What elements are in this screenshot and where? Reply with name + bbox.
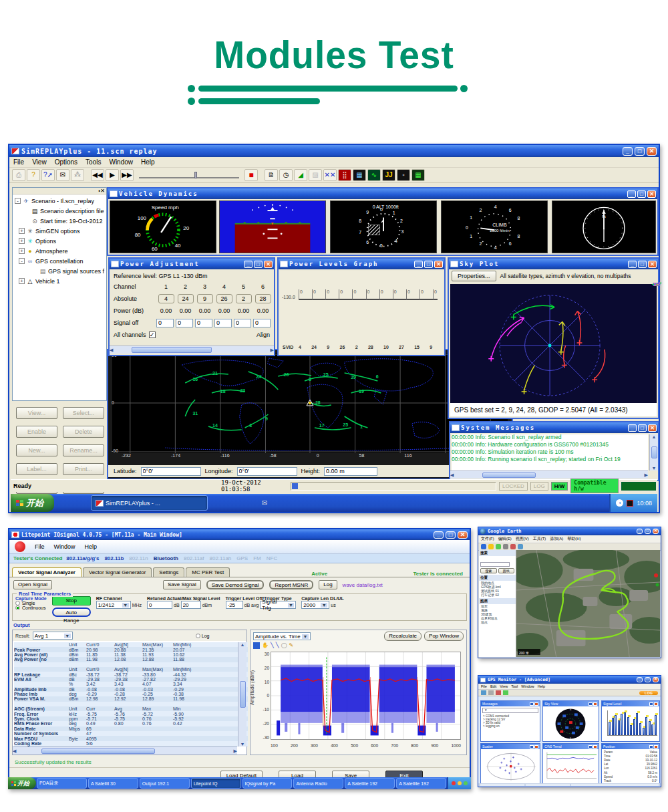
- placemark-icon[interactable]: [488, 544, 494, 549]
- properties-button[interactable]: Properties...: [452, 271, 496, 281]
- system-messages-titlebar[interactable]: System Messages _ □ ✕: [450, 422, 658, 433]
- tree-expand-icon[interactable]: -: [15, 198, 21, 204]
- min-icon[interactable]: [589, 745, 593, 749]
- maximize-button[interactable]: □: [635, 147, 645, 156]
- close-icon[interactable]: [534, 745, 538, 749]
- rf-channel-select[interactable]: 1/2412▼: [96, 601, 131, 609]
- tree-item[interactable]: - ∞ GPS constellation: [14, 256, 106, 266]
- close-panel-icon[interactable]: ✕: [100, 188, 105, 194]
- tree-action-button[interactable]: View...: [16, 407, 57, 419]
- messages-hscrollbar[interactable]: ◀▶: [450, 470, 648, 479]
- menu-item[interactable]: 视图(V): [516, 536, 529, 542]
- menu-item[interactable]: View: [32, 158, 47, 166]
- save-demod-button[interactable]: Save Demod Signal: [206, 580, 265, 589]
- start-icon[interactable]: [503, 690, 508, 695]
- tree-action-button[interactable]: Enable: [16, 426, 57, 438]
- min-icon[interactable]: [530, 702, 534, 706]
- maximize-button[interactable]: □: [637, 190, 646, 198]
- tray-app-icon[interactable]: [627, 500, 633, 507]
- report-button[interactable]: Report MSNR: [269, 580, 313, 589]
- tree-item[interactable]: + ● Atmosphere: [14, 246, 106, 256]
- taskbar-task[interactable]: Antenna Radio: [293, 778, 343, 789]
- ramp-icon[interactable]: ◢: [294, 169, 307, 181]
- litepoint-titlebar[interactable]: Litepoint IQsignal 4.0.75 - [MT.11a - Ma…: [9, 529, 470, 540]
- attenuation-input[interactable]: [147, 601, 172, 609]
- route-button[interactable]: 路线: [498, 568, 515, 573]
- menu-item[interactable]: Tools: [86, 158, 101, 166]
- close-button[interactable]: ✕: [653, 677, 659, 682]
- level-input[interactable]: [181, 601, 201, 609]
- earth-titlebar[interactable]: Google Earth _ □ ✕: [478, 527, 661, 535]
- capture-len-select[interactable]: 2000▼: [301, 601, 329, 609]
- menu-item[interactable]: Help: [85, 543, 98, 550]
- minimize-button[interactable]: _: [637, 529, 643, 534]
- trigger-type-select[interactable]: Signal Trig▼: [260, 601, 296, 609]
- grid-icon[interactable]: ▦: [411, 169, 425, 181]
- close-icon[interactable]: [534, 702, 538, 706]
- signal-off-input[interactable]: [253, 319, 271, 327]
- search-button[interactable]: 搜索: [480, 568, 497, 573]
- results-row[interactable]: Coding Rate 5/6: [14, 741, 248, 746]
- longitude-input[interactable]: [237, 467, 297, 476]
- close-icon[interactable]: [593, 745, 597, 749]
- taskbar-task[interactable]: IQsignal by Pa: [242, 778, 293, 789]
- chart-view-select[interactable]: Amplitude vs. Time▼: [253, 632, 311, 640]
- options-icon[interactable]: ⁂: [71, 169, 84, 181]
- close-icon[interactable]: [593, 702, 597, 706]
- play-icon[interactable]: ▶: [106, 169, 119, 181]
- all-channels-checkbox[interactable]: ✓: [149, 331, 156, 338]
- console-titlebar[interactable]: Messages: [481, 701, 540, 706]
- tree-action-button[interactable]: Rename...: [63, 444, 104, 456]
- quicklaunch-icon[interactable]: ✉: [262, 499, 267, 507]
- mode-tab[interactable]: Settings: [153, 567, 184, 577]
- results-row[interactable]: Max PSDU Byte 4095: [14, 736, 248, 740]
- minimize-button[interactable]: _: [628, 424, 637, 432]
- taskbar-task[interactable]: Litepoint IQ: [191, 778, 241, 789]
- log-link[interactable]: wave data/log.txt: [343, 582, 383, 588]
- tray-chevron-icon[interactable]: ‹: [616, 499, 623, 507]
- menu-item[interactable]: 工具(T): [533, 536, 546, 542]
- close-button[interactable]: ✕: [434, 261, 443, 268]
- scroll-left-icon[interactable]: ◀: [13, 749, 16, 754]
- results-row[interactable]: EVM All dB -29.38 -29.38 -27.82 -29.29: [14, 677, 248, 682]
- auto-range-button[interactable]: Auto Range: [52, 607, 91, 617]
- rewind-icon[interactable]: ◀◀: [91, 169, 104, 181]
- pan-icon[interactable]: ✋: [262, 642, 269, 649]
- open-icon[interactable]: [488, 690, 494, 695]
- scroll-down-icon[interactable]: ▼: [650, 466, 658, 470]
- scroll-right-icon[interactable]: ▶: [234, 749, 237, 754]
- forward-icon[interactable]: ▶▶: [120, 169, 134, 181]
- close-button[interactable]: ✕: [647, 147, 657, 156]
- results-row[interactable]: Data Rate Mbps 65: [14, 726, 248, 731]
- scroll-thumb[interactable]: [651, 446, 657, 458]
- signal-off-input[interactable]: [176, 319, 193, 327]
- minimize-button[interactable]: _: [637, 677, 643, 682]
- waveform-icon[interactable]: ∿: [367, 169, 381, 181]
- results-row[interactable]: RMS Phase Error deg 0.49 0.80 0.76 0.42: [14, 721, 248, 726]
- menu-item[interactable]: File: [35, 543, 45, 550]
- taskbar-task[interactable]: A Satellite 192: [345, 778, 395, 789]
- band-link[interactable]: 802.11n: [129, 555, 148, 561]
- save-signal-button[interactable]: Save Signal: [163, 580, 201, 589]
- maximize-button[interactable]: □: [254, 261, 263, 268]
- log-icon[interactable]: [496, 690, 501, 695]
- results-row[interactable]: Peak Power dBm 20.98 20.88 21.35 20.07: [14, 647, 248, 652]
- results-row[interactable]: Freq. Error kHz -5.75 -5.76 -5.72 -5.90: [14, 711, 248, 716]
- path-icon[interactable]: [496, 544, 501, 549]
- minimize-button[interactable]: _: [623, 147, 633, 156]
- tree-action-button[interactable]: Select...: [63, 407, 104, 419]
- layer-item[interactable]: 地点: [479, 620, 516, 624]
- menu-item[interactable]: View: [500, 684, 508, 688]
- menu-item[interactable]: 添加(A): [550, 536, 563, 542]
- screen-icon[interactable]: ▪: [397, 169, 410, 181]
- results-row[interactable]: Amplitude Imb dB -0.08 -0.08 -0.03 -0.29: [14, 687, 248, 692]
- stop-icon[interactable]: ■: [244, 169, 258, 181]
- email-icon[interactable]: [518, 544, 523, 549]
- tree-item[interactable]: + ✳ Options: [14, 236, 106, 246]
- results-row[interactable]: Number of Symbols 47: [14, 731, 248, 736]
- taskbar-task[interactable]: A Satellite 192: [396, 778, 446, 789]
- taskbar-task[interactable]: A Satellit 30: [88, 778, 138, 789]
- min-icon[interactable]: [530, 745, 534, 749]
- close-button[interactable]: ✕: [648, 261, 657, 268]
- scatter-titlebar[interactable]: Scatter: [481, 744, 540, 749]
